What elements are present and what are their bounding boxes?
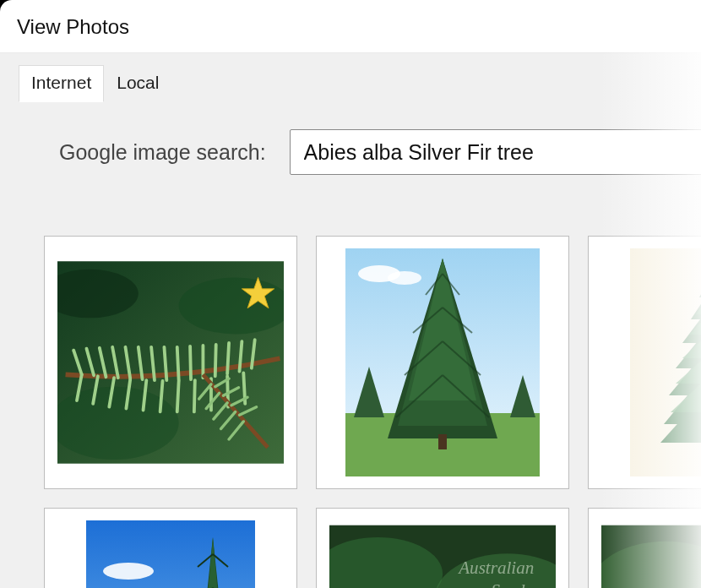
source-tabs: Internet Local	[19, 65, 701, 102]
result-card[interactable]	[44, 236, 297, 489]
result-6-fir-needles-closeup-2	[601, 521, 701, 588]
result-1-fir-needles-closeup	[57, 249, 284, 476]
svg-line-25	[177, 381, 179, 411]
result-3-fir-tree-illustration	[601, 249, 701, 476]
result-card[interactable]	[44, 508, 297, 588]
content-area: Internet Local Google image search:	[0, 52, 701, 588]
search-label: Google image search:	[59, 140, 266, 165]
result-card[interactable]	[588, 508, 701, 588]
result-2-fir-tree-lawn	[329, 249, 556, 476]
window-title: View Photos	[0, 0, 701, 52]
svg-point-57	[388, 271, 421, 285]
svg-text:Australian: Australian	[457, 558, 534, 578]
svg-line-26	[194, 380, 195, 411]
svg-rect-55	[438, 434, 447, 449]
result-4-fir-tree-sky	[57, 521, 284, 588]
tab-local[interactable]: Local	[104, 65, 171, 102]
result-card[interactable]	[316, 236, 569, 489]
result-card[interactable]	[588, 236, 701, 489]
svg-text:Seed: Seed	[491, 580, 524, 588]
photo-viewer-window: View Photos Internet Local Google image …	[0, 0, 701, 588]
svg-line-16	[227, 343, 229, 373]
svg-rect-76	[86, 520, 255, 588]
svg-line-13	[190, 346, 191, 379]
svg-point-78	[103, 563, 154, 580]
tab-internet[interactable]: Internet	[19, 65, 104, 102]
svg-line-15	[215, 345, 216, 376]
search-row: Google image search:	[59, 129, 701, 175]
result-card[interactable]: Australian Seed	[316, 508, 569, 588]
result-5-fir-cone-australian-seed: Australian Seed	[329, 521, 556, 588]
results-grid: Australian Seed	[44, 236, 701, 588]
search-input[interactable]	[290, 129, 701, 175]
svg-line-12	[177, 347, 179, 380]
